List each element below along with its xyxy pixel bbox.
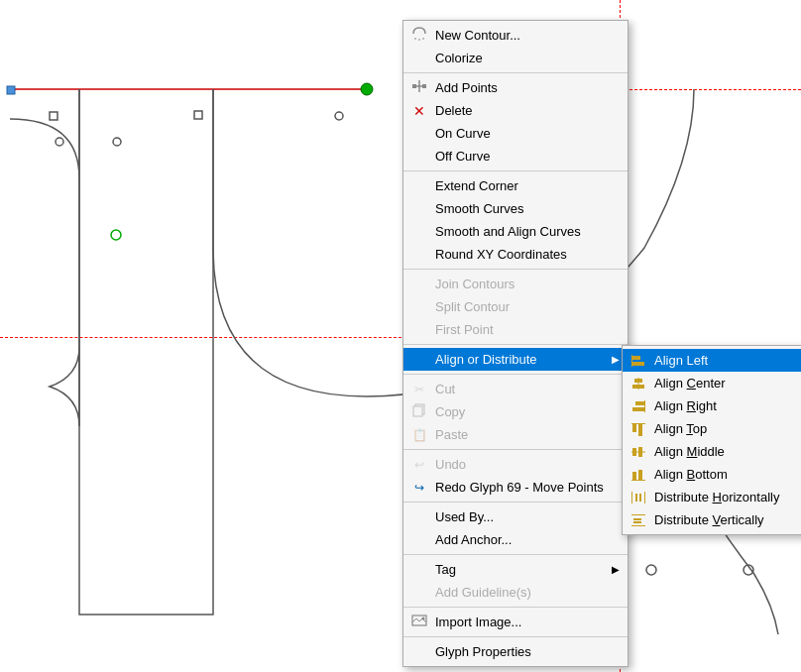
menu-item-colorize[interactable]: Colorize <box>403 47 628 69</box>
svg-rect-23 <box>632 407 644 411</box>
svg-point-5 <box>113 138 121 146</box>
svg-point-7 <box>111 230 121 240</box>
svg-rect-26 <box>638 424 642 436</box>
separator-6 <box>403 449 628 450</box>
svg-rect-0 <box>7 86 15 94</box>
menu-item-glyph-properties[interactable]: Glyph Properties <box>403 640 628 663</box>
import-image-icon <box>409 614 429 630</box>
align-right-icon <box>629 398 648 414</box>
align-center-icon <box>629 376 648 392</box>
svg-rect-24 <box>631 423 645 424</box>
svg-rect-19 <box>634 379 642 383</box>
menu-item-redo[interactable]: ↪ Redo Glyph 69 - Move Points <box>403 476 628 499</box>
menu-item-used-by[interactable]: Used By... <box>403 505 628 528</box>
menu-item-align-distribute[interactable]: Align or Distribute Align Left <box>403 348 628 371</box>
separator-10 <box>403 636 628 637</box>
menu-item-add-guidelines[interactable]: Add Guideline(s) <box>403 581 628 604</box>
svg-rect-30 <box>631 480 645 481</box>
paste-icon: 📋 <box>409 428 429 442</box>
align-top-icon <box>629 421 648 437</box>
svg-rect-36 <box>639 494 641 502</box>
menu-item-off-curve[interactable]: Off Curve <box>403 145 628 168</box>
svg-point-1 <box>361 83 373 95</box>
context-menu: New Contour... Colorize Add Points ✕ Del… <box>402 20 629 667</box>
svg-point-44 <box>422 617 425 620</box>
separator-7 <box>403 502 628 503</box>
menu-item-undo[interactable]: ↩ Undo <box>403 453 628 476</box>
svg-rect-28 <box>632 448 636 456</box>
glyph-canvas <box>0 0 801 672</box>
add-points-icon <box>409 78 429 97</box>
separator-9 <box>403 607 628 608</box>
menu-item-add-points[interactable]: Add Points <box>403 76 628 99</box>
svg-rect-15 <box>631 355 632 367</box>
svg-point-9 <box>646 565 656 575</box>
svg-rect-33 <box>631 492 632 504</box>
svg-point-6 <box>335 112 343 120</box>
menu-item-smooth-curves[interactable]: Smooth Curves <box>403 197 628 220</box>
submenu-item-align-top[interactable]: Align Top <box>623 417 801 440</box>
submenu-item-align-right[interactable]: Align Right <box>623 394 801 417</box>
svg-rect-39 <box>633 518 641 520</box>
distribute-v-icon <box>629 512 648 528</box>
separator-8 <box>403 554 628 555</box>
submenu-item-align-middle[interactable]: Align Middle <box>623 440 801 463</box>
separator-4 <box>403 344 628 345</box>
submenu-item-align-center[interactable]: Align Center <box>623 372 801 394</box>
menu-item-round-xy[interactable]: Round XY Coordinates <box>403 243 628 266</box>
menu-item-extend-corner[interactable]: Extend Corner <box>403 174 628 197</box>
separator-1 <box>403 72 628 73</box>
svg-rect-16 <box>632 356 640 360</box>
menu-item-import-image[interactable]: Import Image... <box>403 611 628 633</box>
cut-icon: ✂ <box>409 383 429 396</box>
menu-item-smooth-align[interactable]: Smooth and Align Curves <box>403 220 628 243</box>
menu-item-tag[interactable]: Tag <box>403 558 628 581</box>
menu-item-delete[interactable]: ✕ Delete <box>403 99 628 122</box>
svg-rect-35 <box>635 494 637 502</box>
svg-rect-42 <box>413 406 422 416</box>
svg-rect-31 <box>632 472 636 480</box>
separator-5 <box>403 374 628 375</box>
svg-rect-3 <box>50 112 57 120</box>
svg-point-4 <box>56 138 63 146</box>
svg-rect-21 <box>644 400 645 412</box>
align-left-icon <box>629 353 648 369</box>
menu-item-split-contour[interactable]: Split Contour <box>403 295 628 318</box>
svg-rect-17 <box>632 362 644 366</box>
redo-icon: ↪ <box>409 481 429 495</box>
distribute-h-icon <box>629 490 648 505</box>
align-middle-icon <box>629 444 648 460</box>
submenu-item-align-left[interactable]: Align Left <box>623 349 801 372</box>
menu-item-on-curve[interactable]: On Curve <box>403 122 628 145</box>
menu-item-copy[interactable]: Copy <box>403 400 628 423</box>
align-submenu: Align Left Align Center <box>622 345 801 535</box>
menu-item-paste[interactable]: 📋 Paste <box>403 423 628 446</box>
delete-icon: ✕ <box>409 103 429 119</box>
svg-rect-37 <box>631 514 645 515</box>
svg-rect-20 <box>632 385 644 389</box>
submenu-item-distribute-h[interactable]: Distribute Horizontally <box>623 486 801 508</box>
svg-rect-40 <box>633 521 641 523</box>
undo-icon: ↩ <box>409 458 429 472</box>
submenu-item-distribute-v[interactable]: Distribute Vertically <box>623 508 801 531</box>
svg-rect-22 <box>635 401 644 405</box>
menu-item-cut[interactable]: ✂ Cut <box>403 378 628 400</box>
svg-rect-2 <box>194 111 202 119</box>
menu-item-join-contours[interactable]: Join Contours <box>403 273 628 295</box>
submenu-item-align-bottom[interactable]: Align Bottom <box>623 463 801 486</box>
svg-rect-34 <box>644 492 645 504</box>
canvas <box>0 0 801 672</box>
svg-rect-38 <box>631 525 645 526</box>
svg-rect-25 <box>632 424 636 432</box>
menu-item-add-anchor[interactable]: Add Anchor... <box>403 528 628 551</box>
menu-item-first-point[interactable]: First Point <box>403 318 628 341</box>
copy-icon <box>409 403 429 420</box>
svg-rect-29 <box>638 447 642 457</box>
align-bottom-icon <box>629 467 648 483</box>
separator-2 <box>403 170 628 171</box>
menu-item-new-contour[interactable]: New Contour... <box>403 24 628 47</box>
contour-icon <box>409 26 429 45</box>
svg-rect-32 <box>638 470 642 480</box>
separator-3 <box>403 269 628 270</box>
